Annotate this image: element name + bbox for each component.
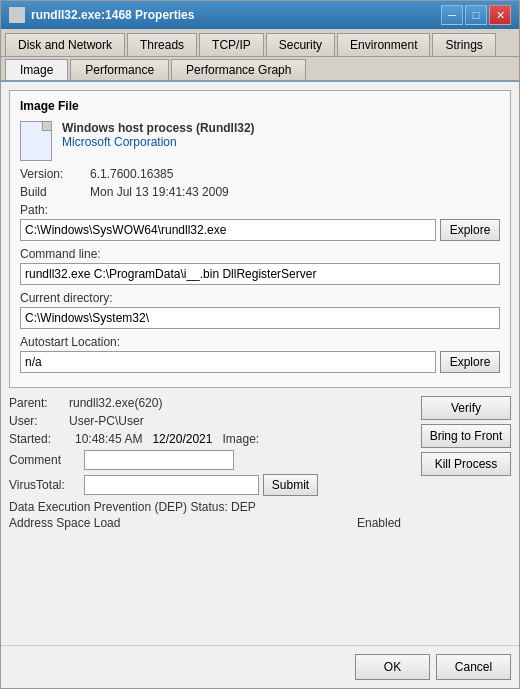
parent-value: rundll32.exe(620) bbox=[69, 396, 162, 410]
curdir-label: Current directory: bbox=[20, 291, 500, 305]
cancel-button[interactable]: Cancel bbox=[436, 654, 511, 680]
version-value: 6.1.7600.16385 bbox=[90, 167, 173, 181]
close-button[interactable]: ✕ bbox=[489, 5, 511, 25]
tab-security[interactable]: Security bbox=[266, 33, 335, 56]
user-row: User: User-PC\User bbox=[9, 414, 411, 428]
virustotal-input[interactable] bbox=[84, 475, 259, 495]
started-row: Started: 10:48:45 AM 12/20/2021 Image: bbox=[9, 432, 411, 446]
ok-button[interactable]: OK bbox=[355, 654, 430, 680]
left-info: Parent: rundll32.exe(620) User: User-PC\… bbox=[9, 396, 411, 446]
parent-label: Parent: bbox=[9, 396, 69, 410]
path-explore-button[interactable]: Explore bbox=[440, 219, 500, 241]
submit-button[interactable]: Submit bbox=[263, 474, 318, 496]
tab-image[interactable]: Image bbox=[5, 59, 68, 80]
bottom-area: Parent: rundll32.exe(620) User: User-PC\… bbox=[9, 396, 511, 530]
verify-button[interactable]: Verify bbox=[421, 396, 511, 420]
path-input[interactable] bbox=[20, 219, 436, 241]
build-label: Build bbox=[20, 185, 90, 199]
file-name: Windows host process (Rundll32) bbox=[62, 121, 500, 135]
section-title: Image File bbox=[20, 99, 500, 113]
tab-strings[interactable]: Strings bbox=[432, 33, 495, 56]
main-area: Image File Windows host process (Rundll3… bbox=[1, 82, 519, 645]
footer: OK Cancel bbox=[1, 645, 519, 688]
cmdline-input[interactable] bbox=[20, 263, 500, 285]
image-file-section: Image File Windows host process (Rundll3… bbox=[9, 90, 511, 388]
autostart-label: Autostart Location: bbox=[20, 335, 500, 349]
tab-environment[interactable]: Environment bbox=[337, 33, 430, 56]
scrollable-content: Image File Windows host process (Rundll3… bbox=[1, 82, 519, 645]
comment-label: Comment bbox=[9, 453, 84, 467]
window-icon bbox=[9, 7, 25, 23]
title-bar: rundll32.exe:1468 Properties ─ □ ✕ bbox=[1, 1, 519, 29]
file-company: Microsoft Corporation bbox=[62, 135, 500, 149]
started-label: Started: bbox=[9, 432, 69, 446]
action-buttons: Verify Bring to Front Kill Process bbox=[421, 396, 511, 476]
user-value: User-PC\User bbox=[69, 414, 144, 428]
maximize-button[interactable]: □ bbox=[465, 5, 487, 25]
comment-input[interactable] bbox=[84, 450, 234, 470]
autostart-row: Explore bbox=[20, 351, 500, 373]
asl-row: Address Space Load Enabled bbox=[9, 516, 511, 530]
tab-performance-graph[interactable]: Performance Graph bbox=[171, 59, 306, 80]
file-icon bbox=[20, 121, 52, 161]
kill-process-button[interactable]: Kill Process bbox=[421, 452, 511, 476]
path-row: Explore bbox=[20, 219, 500, 241]
virustotal-label: VirusTotal: bbox=[9, 478, 84, 492]
parent-row: Parent: rundll32.exe(620) bbox=[9, 396, 411, 410]
window-title: rundll32.exe:1468 Properties bbox=[31, 8, 441, 22]
file-info: Windows host process (Rundll32) Microsof… bbox=[62, 121, 500, 149]
curdir-input[interactable] bbox=[20, 307, 500, 329]
cmdline-label: Command line: bbox=[20, 247, 500, 261]
started-date: 12/20/2021 bbox=[152, 432, 212, 446]
build-value: Mon Jul 13 19:41:43 2009 bbox=[90, 185, 229, 199]
tab-performance[interactable]: Performance bbox=[70, 59, 169, 80]
autostart-input[interactable] bbox=[20, 351, 436, 373]
tabs-row1: Disk and Network Threads TCP/IP Security… bbox=[1, 29, 519, 57]
version-row: Version: 6.1.7600.16385 bbox=[20, 167, 500, 181]
minimize-button[interactable]: ─ bbox=[441, 5, 463, 25]
bring-to-front-button[interactable]: Bring to Front bbox=[421, 424, 511, 448]
user-label: User: bbox=[9, 414, 69, 428]
path-label: Path: bbox=[20, 203, 500, 217]
autostart-explore-button[interactable]: Explore bbox=[440, 351, 500, 373]
build-row: Build Mon Jul 13 19:41:43 2009 bbox=[20, 185, 500, 199]
virustotal-row: VirusTotal: Submit bbox=[9, 474, 511, 496]
tab-threads[interactable]: Threads bbox=[127, 33, 197, 56]
tabs-row2: Image Performance Performance Graph bbox=[1, 57, 519, 82]
image-label: Image: bbox=[222, 432, 259, 446]
version-label: Version: bbox=[20, 167, 90, 181]
image-file-row: Windows host process (Rundll32) Microsof… bbox=[20, 121, 500, 161]
started-time: 10:48:45 AM bbox=[75, 432, 142, 446]
asl-label: Address Space Load bbox=[9, 516, 357, 530]
tab-tcp-ip[interactable]: TCP/IP bbox=[199, 33, 264, 56]
dep-label: Data Execution Prevention (DEP) Status: … bbox=[9, 500, 511, 514]
main-window: rundll32.exe:1468 Properties ─ □ ✕ Disk … bbox=[0, 0, 520, 689]
asl-value: Enabled bbox=[357, 516, 401, 530]
dep-row: Data Execution Prevention (DEP) Status: … bbox=[9, 500, 511, 514]
title-bar-buttons: ─ □ ✕ bbox=[441, 5, 511, 25]
tab-disk-network[interactable]: Disk and Network bbox=[5, 33, 125, 56]
